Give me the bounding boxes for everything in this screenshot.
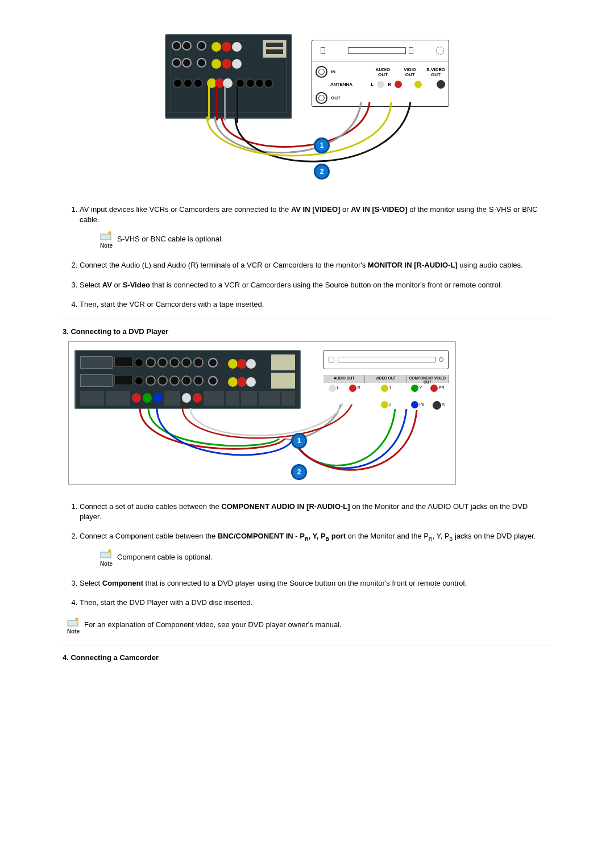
vcr-out-label: OUT [331,95,341,101]
dvd-steps-list: Connect a set of audio cables between th… [63,502,551,608]
dvd-step-2: Connect a Component cable between the BN… [80,531,551,567]
dvd-component-out-label: COMPONENT VIDEO OUT [407,375,449,383]
dvd-marker-2: 2 [291,464,307,480]
vcr-r-label: R [388,82,391,87]
document-page: IN AUDIO OUT VIDIO OUT S-VIDEO OUT ANTEN… [0,0,614,868]
dvd-monitor-back-panel [74,350,301,409]
dvd-step2-note: Note Component cable is optional. [96,549,551,568]
dvd-note-mid-text: Component cable is optional. [117,549,213,562]
dvd-end-note-text: For an explanation of Component video, s… [84,617,342,629]
vcr-audio-out-label: AUDIO OUT [376,67,391,77]
vcr-marker-2: 2 [314,164,330,180]
dvd-audio-out-label: AUDIO OUT [323,375,365,383]
note-label: Note [67,628,80,635]
vcr-svideo-out-label: S-VIDEO OUT [426,67,445,77]
vcr-step-4: Then, start the VCR or Camcorders with a… [80,299,551,310]
vcr-video-out-label: VIDIO OUT [404,67,416,77]
svg-rect-2 [101,552,111,558]
vcr-in-label: IN [331,69,335,74]
note-icon: Note [96,231,117,250]
note-label: Note [100,243,113,249]
dvd-video-out-label: VIDEO OUT [365,375,406,383]
note-icon: Note [96,549,117,568]
dvd-marker-1: 1 [291,433,307,449]
vcr-note1-text: S-VHS or BNC cable is optional. [117,231,223,244]
section-divider [63,319,551,319]
dvd-section-heading: 3. Connecting to a DVD Player [63,327,551,336]
note-icon: Note [63,617,84,635]
vcr-step-2: Connect the Audio (L) and Audio (R) term… [80,260,551,270]
vcr-steps-list: AV input devices like VCRs or Camcorders… [63,205,551,310]
dvd-step-3: Select Component that is connected to a … [80,578,551,589]
dvd-player-device: AUDIO OUT VIDEO OUT COMPONENT VIDEO OUT … [323,350,449,418]
note-label: Note [100,561,113,567]
dvd-diagram-figure: AUDIO OUT VIDEO OUT COMPONENT VIDEO OUT … [63,341,557,485]
vcr-antenna-label: ANTENNA [330,82,352,87]
vcr-step-3: Select AV or S-Video that is connected t… [80,280,551,290]
vcr-device: IN AUDIO OUT VIDIO OUT S-VIDEO OUT ANTEN… [312,40,449,107]
vcr-step-1: AV input devices like VCRs or Camcorders… [80,205,551,250]
dvd-step-4: Then, start the DVD Player with a DVD di… [80,598,551,608]
vcr-step1-note: Note S-VHS or BNC cable is optional. [96,231,551,250]
dvd-step-1: Connect a set of audio cables between th… [80,502,551,522]
section-divider [63,645,551,645]
svg-rect-4 [68,620,78,626]
vcr-diagram-figure: IN AUDIO OUT VIDIO OUT S-VIDEO OUT ANTEN… [63,28,551,187]
dvd-end-note: Note For an explanation of Component vid… [63,617,551,635]
vcr-marker-1: 1 [314,137,330,153]
vcr-l-label: L [371,82,374,87]
monitor-back-panel [165,34,292,119]
svg-rect-0 [101,234,111,240]
camcorder-section-heading: 4. Connecting a Camcorder [63,653,551,662]
